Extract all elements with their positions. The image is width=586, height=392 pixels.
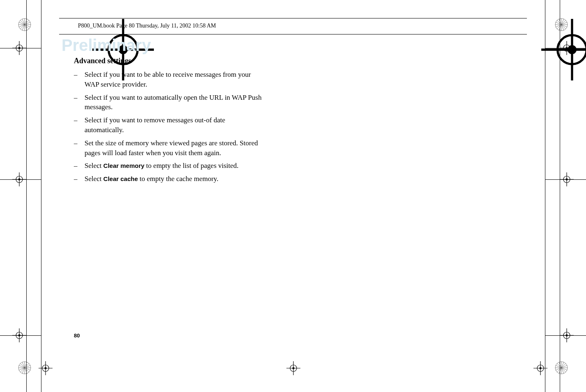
list-item: – Set the size of memory where viewed pa… — [74, 138, 263, 158]
color-wheel-icon — [18, 361, 31, 374]
outer-rule-v-left — [26, 0, 27, 392]
color-wheel-icon — [555, 361, 568, 374]
running-header-text: P800_UM.book Page 80 Thursday, July 11, … — [78, 23, 216, 29]
guide-line — [545, 335, 586, 336]
bullet-list: – Select if you want to be able to recei… — [74, 70, 263, 187]
guide-line — [545, 179, 586, 180]
registration-mark-icon — [533, 361, 547, 375]
list-item: – Select Clear cache to empty the cache … — [74, 174, 263, 184]
list-item: – Select if you want to automatically op… — [74, 93, 263, 112]
color-wheel-icon — [18, 18, 31, 31]
watermark-text: Preliminary — [62, 36, 151, 55]
registration-mark-icon — [510, 19, 524, 33]
crop-line-v-left — [41, 0, 41, 392]
bullet-dash: – — [74, 115, 85, 135]
bullet-text: Select if you want to automatically open… — [85, 93, 263, 112]
bullet-dash: – — [74, 174, 85, 184]
registration-mark-icon — [62, 19, 76, 33]
list-item: – Select if you want to remove messages … — [74, 115, 263, 135]
registration-mark-icon — [39, 361, 53, 375]
bullet-dash: – — [74, 161, 85, 171]
bullet-dash: – — [74, 93, 85, 112]
bullet-dash: – — [74, 138, 85, 158]
bullet-text: Select if you want to remove messages ou… — [85, 115, 263, 135]
registration-mark-icon — [286, 361, 300, 375]
bullet-text: Select Clear memory to empty the list of… — [85, 161, 263, 171]
section-heading: Advanced settings — [74, 57, 131, 65]
bullet-dash: – — [74, 70, 85, 89]
list-item: – Select if you want to be able to recei… — [74, 70, 263, 89]
guide-line — [0, 48, 41, 48]
bullet-text: Set the size of memory where viewed page… — [85, 138, 263, 158]
guide-line — [0, 179, 41, 180]
guide-line — [0, 335, 41, 336]
bullet-text: Select Clear cache to empty the cache me… — [85, 174, 263, 184]
list-item: – Select Clear memory to empty the list … — [74, 161, 263, 171]
page-number: 80 — [74, 332, 80, 339]
bullet-text: Select if you want to be able to receive… — [85, 70, 263, 89]
